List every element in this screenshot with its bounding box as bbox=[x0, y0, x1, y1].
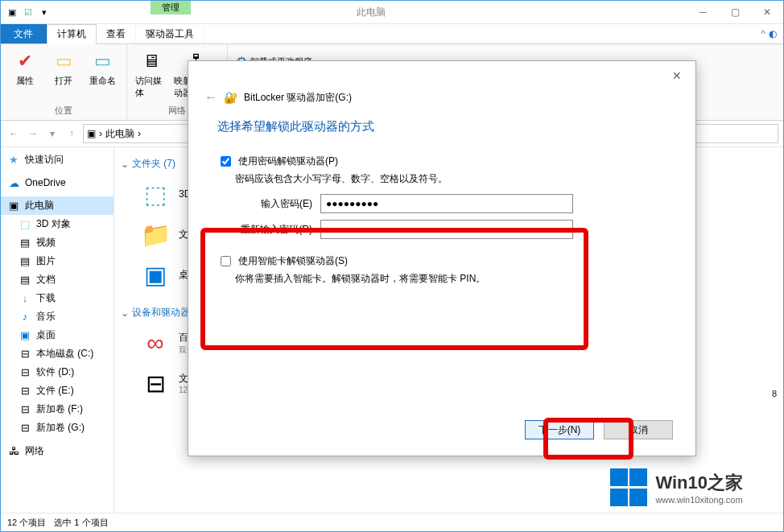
sidebar-item-edrive[interactable]: ⊟文件 (E:) bbox=[1, 381, 113, 400]
tab-drivetools[interactable]: 驱动器工具 bbox=[136, 24, 204, 43]
open-icon: ▭ bbox=[56, 49, 72, 73]
baidu-icon: ∞ bbox=[138, 326, 172, 360]
password-hint: 密码应该包含大小写字母、数字、空格以及符号。 bbox=[235, 172, 666, 186]
sidebar-item-gdrive[interactable]: ⊟新加卷 (G:) bbox=[1, 419, 113, 437]
watermark-brand: Win10之家 bbox=[655, 471, 743, 495]
dialog-back-icon[interactable]: ← bbox=[204, 90, 217, 105]
ribbon-group-location: 位置 bbox=[55, 105, 72, 117]
nav-up[interactable]: ↑ bbox=[64, 126, 80, 142]
rename-icon: ▭ bbox=[94, 49, 111, 73]
picture-icon: ▤ bbox=[19, 255, 31, 268]
sidebar-item-ddrive[interactable]: ⊟软件 (D:) bbox=[1, 363, 113, 381]
sidebar-item-cdrive[interactable]: ⊟本地磁盘 (C:) bbox=[1, 344, 113, 363]
network-icon: 🖧 bbox=[7, 445, 20, 458]
music-icon: ♪ bbox=[19, 311, 31, 324]
divider-icon: ▾ bbox=[38, 6, 51, 19]
smartcard-hint: 你将需要插入智能卡。解锁驱动器时，将需要智能卡 PIN。 bbox=[235, 272, 666, 286]
drive-icon: ⊟ bbox=[19, 348, 31, 361]
pc-icon: ▣ bbox=[7, 200, 20, 212]
desktop-icon: ▣ bbox=[138, 258, 172, 291]
doc-icon: ▤ bbox=[19, 274, 31, 287]
sidebar-item-music[interactable]: ♪音乐 bbox=[1, 307, 113, 326]
cloud-icon: ☁ bbox=[7, 176, 20, 189]
sidebar-item-docs[interactable]: ▤文档 bbox=[1, 270, 113, 289]
unlock-smartcard-label[interactable]: 使用智能卡解锁驱动器(S) bbox=[238, 254, 348, 268]
sidebar-item-downloads[interactable]: ↓下载 bbox=[1, 289, 113, 307]
minimize-button[interactable]: ─ bbox=[687, 1, 719, 23]
nav-recent[interactable]: ▾ bbox=[44, 126, 60, 142]
next-button[interactable]: 下一步(N) bbox=[525, 420, 594, 439]
chevron-down-icon: ⌄ bbox=[121, 159, 129, 170]
drive-icon: ⊟ bbox=[138, 366, 172, 400]
password-input[interactable] bbox=[320, 194, 573, 213]
checkbox-icon[interactable]: ☑ bbox=[22, 6, 35, 19]
chevron-down-icon: ⌄ bbox=[121, 307, 129, 319]
drive-icon: ⊟ bbox=[19, 403, 31, 416]
video-icon: ▤ bbox=[19, 237, 31, 250]
windows-logo-icon bbox=[610, 468, 649, 507]
properties-icon: ✔ bbox=[18, 49, 32, 73]
close-button[interactable]: ✕ bbox=[751, 1, 783, 23]
password-confirm-label: 重新输入密码(R) bbox=[235, 223, 312, 237]
sidebar: ★快速访问 ☁OneDrive ▣此电脑 ⬚3D 对象 ▤视频 ▤图片 ▤文档 … bbox=[1, 147, 114, 518]
media-icon: 🖥 bbox=[142, 49, 160, 73]
dialog-title: BitLocker 驱动器加密(G:) bbox=[244, 91, 352, 105]
ribbon-properties[interactable]: ✔属性 bbox=[7, 47, 43, 89]
download-icon: ↓ bbox=[19, 292, 31, 305]
status-count: 12 个项目 bbox=[7, 517, 46, 529]
chevron-up-icon[interactable]: ^ bbox=[761, 28, 765, 39]
sidebar-item-fdrive[interactable]: ⊟新加卷 (F:) bbox=[1, 400, 113, 419]
dialog-heading: 选择希望解锁此驱动器的方式 bbox=[217, 119, 666, 134]
pc-icon: ▣ bbox=[6, 6, 19, 19]
watermark-url: www.win10xitong.com bbox=[655, 495, 743, 505]
breadcrumb-root[interactable]: 此电脑 bbox=[105, 127, 134, 141]
sidebar-item-video[interactable]: ▤视频 bbox=[1, 233, 113, 252]
sidebar-item-quick[interactable]: ★快速访问 bbox=[1, 151, 113, 169]
sidebar-item-3d[interactable]: ⬚3D 对象 bbox=[1, 215, 113, 233]
folder-icon: ⬚ bbox=[138, 177, 172, 211]
watermark: Win10之家 www.win10xitong.com bbox=[610, 468, 743, 507]
sidebar-item-pictures[interactable]: ▤图片 bbox=[1, 252, 113, 270]
desktop-icon: ▣ bbox=[19, 329, 31, 342]
lock-icon: 🔐 bbox=[224, 91, 237, 104]
help-icon[interactable]: ◐ bbox=[769, 28, 777, 39]
sidebar-item-desktop[interactable]: ▣桌面 bbox=[1, 326, 113, 344]
nav-back[interactable]: ← bbox=[6, 126, 22, 142]
unlock-password-label[interactable]: 使用密码解锁驱动器(P) bbox=[238, 155, 338, 168]
cube-icon: ⬚ bbox=[19, 218, 31, 231]
status-selected: 选中 1 个项目 bbox=[54, 517, 108, 529]
ribbon-rename[interactable]: ▭重命名 bbox=[85, 47, 120, 89]
drive-icon: ⊟ bbox=[19, 422, 31, 435]
unlock-password-checkbox[interactable] bbox=[221, 156, 231, 167]
tab-manage[interactable]: 管理 bbox=[151, 1, 191, 14]
size-more: 8 bbox=[772, 389, 777, 398]
tab-view[interactable]: 查看 bbox=[97, 24, 136, 43]
ribbon-media[interactable]: 🖥访问媒体 bbox=[134, 47, 169, 101]
password-confirm-input[interactable] bbox=[320, 220, 573, 239]
sidebar-item-thispc[interactable]: ▣此电脑 bbox=[1, 196, 113, 215]
cancel-button[interactable]: 取消 bbox=[604, 420, 673, 439]
ribbon-group-network: 网络 bbox=[168, 105, 186, 117]
bitlocker-dialog: ✕ ← 🔐 BitLocker 驱动器加密(G:) 选择希望解锁此驱动器的方式 … bbox=[188, 60, 696, 456]
drive-icon: ⊟ bbox=[19, 366, 31, 379]
unlock-smartcard-checkbox[interactable] bbox=[221, 256, 231, 266]
ribbon-open[interactable]: ▭打开 bbox=[46, 47, 81, 89]
pc-small-icon: ▣ bbox=[87, 128, 96, 139]
nav-fwd[interactable]: → bbox=[25, 126, 41, 142]
sidebar-item-onedrive[interactable]: ☁OneDrive bbox=[1, 174, 113, 192]
maximize-button[interactable]: ▢ bbox=[719, 1, 751, 23]
folder-icon: 📁 bbox=[138, 217, 172, 251]
dialog-close-button[interactable]: ✕ bbox=[665, 66, 689, 85]
star-icon: ★ bbox=[7, 154, 20, 167]
sidebar-item-network[interactable]: 🖧网络 bbox=[1, 442, 113, 460]
drive-icon: ⊟ bbox=[19, 385, 31, 398]
password-label: 输入密码(E) bbox=[235, 197, 312, 211]
tab-file[interactable]: 文件 bbox=[1, 24, 47, 43]
tab-computer[interactable]: 计算机 bbox=[47, 24, 97, 44]
